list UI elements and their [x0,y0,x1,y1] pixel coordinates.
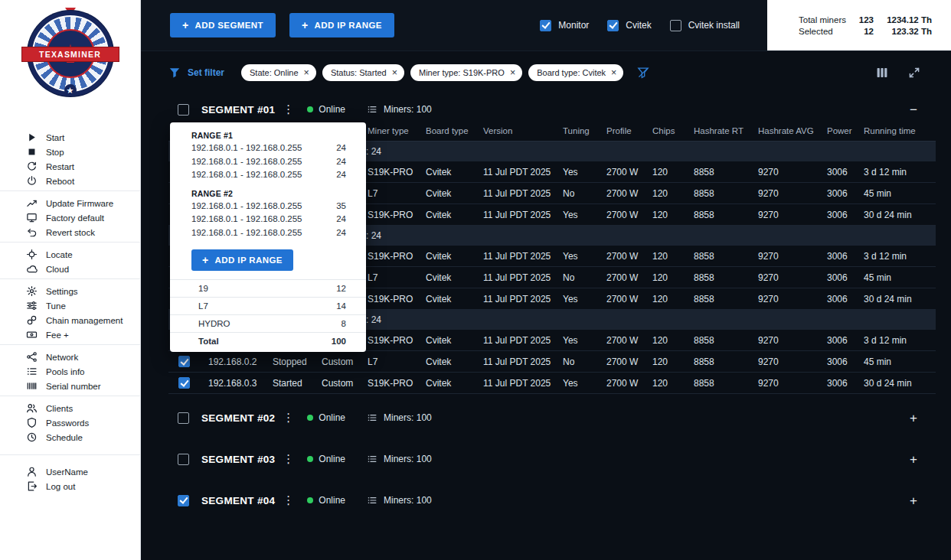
sidebar-item-logout[interactable]: Log out [0,479,140,493]
play-icon [25,132,38,144]
online-status-dot [307,497,313,503]
kebab-menu-icon[interactable]: ⋮ [283,493,290,507]
segment-02: SEGMENT #02 ⋮ Online Miners: 100 + [168,406,936,429]
sidebar-item-clients[interactable]: Clients [0,401,140,415]
range-count: 24 [336,142,346,155]
add-segment-button[interactable]: + ADD SEGMENT [170,13,276,37]
shield-icon [25,417,38,429]
miners-list-icon [367,104,377,115]
range-count: 24 [336,227,346,239]
sidebar-item-start[interactable]: Start [0,130,140,145]
expand-toggle[interactable]: + [910,453,917,466]
kebab-menu-icon[interactable]: ⋮ [283,411,290,425]
expand-toggle[interactable]: + [910,494,917,507]
main-area: + ADD SEGMENT + ADD IP RANGE Monitor Cvi… [141,0,951,560]
add-segment-label: ADD SEGMENT [195,21,263,30]
sidebar-item-schedule[interactable]: Schedule [0,430,140,444]
cell-ip: 192.168.0.3 [199,378,263,389]
kebab-menu-icon[interactable]: ⋮ [283,452,290,466]
divider [0,190,140,191]
set-filter-link[interactable]: Set filter [188,67,224,78]
network-nodes-icon [25,351,38,363]
sidebar-item-settings[interactable]: Settings [0,284,140,298]
sidebar-item-restart[interactable]: Restart [0,159,140,174]
sidebar-item-username[interactable]: UserName [0,464,140,479]
miner-row[interactable]: 192.168.0.3 Started Custom S19K-PRO Cvit… [168,373,936,394]
chip-close-icon[interactable]: × [510,68,515,78]
range-title: RANGE #1 [170,129,366,142]
row-checkbox[interactable] [178,377,190,389]
segment-checkbox[interactable] [178,412,189,424]
undo-icon [25,226,38,239]
sidebar-item-label: Pools info [46,367,85,376]
filter-chip-state: State: Online × [241,64,316,81]
col-header-miner-type: Miner type [358,126,417,135]
sidebar-item-serial-number[interactable]: Serial number [0,379,140,393]
sidebar-item-locate[interactable]: Locate [0,247,140,262]
sidebar-item-reboot[interactable]: Reboot [0,174,140,188]
cvitek-install-checkbox[interactable] [670,20,681,31]
logo: TEXASMINER ★ [0,0,140,130]
sidebar-item-label: Chain management [46,316,123,325]
cvitek-checkbox[interactable] [607,20,619,31]
crosshair-icon [25,249,38,261]
segment-checkbox[interactable] [178,495,189,506]
range-row: 192.168.0.1 - 192.168.0.255 24 [170,226,366,240]
user-icon [25,466,38,478]
segment-miners-count: Miners: 100 [384,104,432,115]
sidebar-menu: Start Stop Restart Reboot Update Firmwar… [0,130,140,493]
columns-icon[interactable] [876,67,888,79]
sidebar-item-label: Log out [46,482,75,491]
sidebar-item-label: Start [46,133,64,142]
miners-list-icon [367,495,377,506]
plus-icon: + [302,20,309,31]
segment-miners-count: Miners: 100 [384,454,432,464]
chip-close-icon[interactable]: × [611,68,616,78]
monitor-checkbox[interactable] [540,20,551,31]
popup-add-ip-range-button[interactable]: + ADD IP RANGE [191,249,293,271]
row-checkbox[interactable] [178,356,190,367]
sidebar-item-stop[interactable]: Stop [0,145,140,159]
topbar-checkbox-group: Monitor Cvitek Cvitek install [540,20,740,31]
chip-close-icon[interactable]: × [304,68,309,78]
sidebar-item-cloud[interactable]: Cloud [0,262,140,276]
segment-01: SEGMENT #01 ⋮ Online Miners: 100 − Miner… [168,98,936,394]
segment-checkbox[interactable] [178,104,189,116]
clear-filter-icon[interactable] [637,67,649,79]
cvitek-install-checkbox-row[interactable]: Cvitek install [670,20,740,31]
cvitek-checkbox-row[interactable]: Cvitek [607,20,651,31]
miner-row[interactable]: 192.168.0.2 Stopped Custom L7 Cvitek 11 … [168,351,936,373]
sidebar-item-pools-info[interactable]: Pools info [0,364,140,379]
sidebar-item-revert-stock[interactable]: Revert stock [0,225,140,239]
segment-02-header: SEGMENT #02 ⋮ Online Miners: 100 + [168,406,936,429]
expand-toggle[interactable]: + [910,412,917,425]
selected-count: 12 [849,27,874,36]
filter-chip-miner-type: Miner type: S19K-PRO × [410,64,522,81]
sidebar-item-factory-default[interactable]: Factory default [0,210,140,225]
kebab-menu-icon[interactable]: ⋮ [283,103,290,116]
logo-text: TEXASMINER [39,50,101,59]
range-value: 192.168.0.1 - 192.168.0.255 [191,142,302,155]
stats-row: HYDRO 8 [170,315,366,333]
sliders-icon [25,300,38,312]
sidebar-item-label: Schedule [46,433,83,442]
segment-03: SEGMENT #03 ⋮ Online Miners: 100 + [168,448,936,470]
sidebar-item-tune[interactable]: Tune [0,298,140,313]
expand-icon[interactable] [908,67,920,79]
range-value: 192.168.0.1 - 192.168.0.255 [191,169,302,181]
sidebar-item-chain-management[interactable]: Chain management [0,313,140,327]
sidebar-item-fee[interactable]: Fee + [0,327,140,342]
segment-status: Online [319,495,345,506]
sidebar-item-passwords[interactable]: Passwords [0,415,140,430]
monitor-checkbox-row[interactable]: Monitor [540,20,589,31]
stats-value: 8 [342,319,346,328]
sidebar-item-update-firmware[interactable]: Update Firmware [0,196,140,210]
sidebar-item-label: UserName [46,467,88,477]
add-ip-range-button[interactable]: + ADD IP RANGE [289,13,394,37]
chip-close-icon[interactable]: × [392,68,397,78]
segment-checkbox[interactable] [178,454,189,465]
sidebar-item-network[interactable]: Network [0,350,140,364]
filter-funnel-icon[interactable] [168,67,181,79]
collapse-toggle[interactable]: − [910,103,917,116]
segment-title: SEGMENT #01 [201,104,275,116]
